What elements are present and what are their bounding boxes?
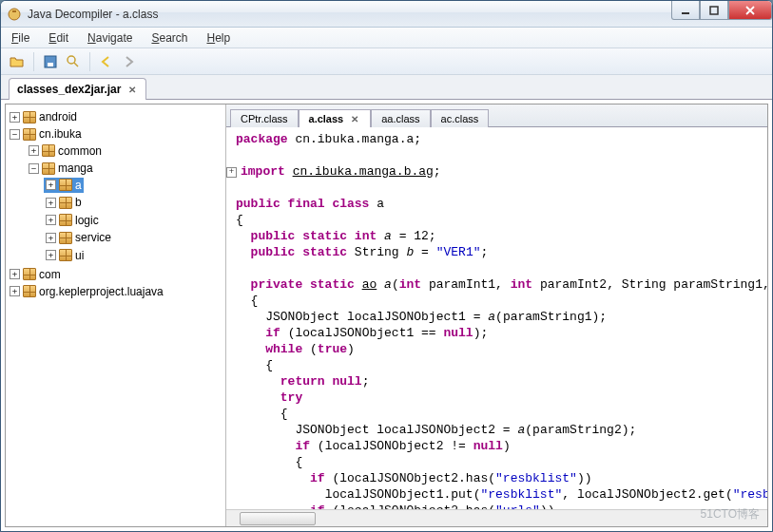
- expander-icon[interactable]: +: [29, 145, 39, 156]
- expander-icon[interactable]: −: [10, 129, 20, 140]
- svg-point-6: [68, 56, 75, 64]
- tab-a[interactable]: a.class✕: [299, 109, 372, 127]
- package-icon: [59, 232, 72, 244]
- file-tab-label: classes_dex2jar.jar: [17, 83, 121, 96]
- toolbar: [1, 48, 772, 75]
- package-tree[interactable]: +android −cn.ibuka +common −manga +a +b …: [6, 104, 226, 526]
- tree-node-com[interactable]: com: [39, 268, 61, 281]
- svg-rect-2: [682, 12, 689, 14]
- tree-node-a[interactable]: a: [75, 179, 82, 192]
- titlebar[interactable]: Java Decompiler - a.class: [1, 1, 772, 28]
- expander-icon[interactable]: +: [46, 198, 56, 208]
- tree-node-service[interactable]: service: [75, 231, 111, 244]
- expander-icon[interactable]: +: [46, 215, 56, 225]
- search-button[interactable]: [63, 51, 84, 72]
- class-tabs: CPtr.class a.class✕ aa.class ac.class: [226, 104, 767, 127]
- expander-icon[interactable]: +: [46, 233, 56, 243]
- tree-node-kepler[interactable]: org.keplerproject.luajava: [39, 285, 164, 298]
- maximize-button[interactable]: [700, 1, 728, 20]
- window-title: Java Decompiler - a.class: [28, 8, 766, 21]
- menu-navigate[interactable]: Navigate: [85, 29, 135, 47]
- tab-cptr[interactable]: CPtr.class: [230, 109, 299, 127]
- minimize-button[interactable]: [671, 1, 700, 20]
- svg-rect-1: [12, 10, 16, 12]
- tab-aa[interactable]: aa.class: [371, 109, 430, 127]
- close-button[interactable]: [728, 1, 772, 20]
- package-icon: [23, 128, 36, 141]
- arrow-right-icon: [123, 56, 136, 67]
- open-button[interactable]: [7, 51, 28, 72]
- arrow-left-icon: [100, 56, 113, 67]
- menubar: File Edit Navigate Search Help: [1, 28, 772, 48]
- fold-icon[interactable]: +: [226, 167, 237, 178]
- menu-search[interactable]: Search: [148, 29, 190, 47]
- tree-node-android[interactable]: android: [39, 110, 77, 124]
- tab-ac[interactable]: ac.class: [431, 109, 490, 127]
- package-icon: [59, 179, 72, 191]
- menu-file[interactable]: File: [9, 29, 32, 47]
- expander-icon[interactable]: +: [10, 112, 20, 123]
- package-icon: [23, 111, 36, 124]
- expander-icon[interactable]: −: [29, 163, 39, 174]
- expander-icon[interactable]: +: [46, 180, 56, 190]
- package-icon: [23, 268, 36, 280]
- tree-node-logic[interactable]: logic: [75, 214, 99, 227]
- search-icon: [67, 55, 80, 68]
- close-icon[interactable]: ✕: [349, 113, 360, 124]
- scrollbar-thumb[interactable]: [240, 512, 316, 525]
- package-icon: [59, 249, 72, 261]
- horizontal-scrollbar[interactable]: [226, 509, 767, 526]
- svg-rect-5: [48, 63, 53, 66]
- tree-node-manga[interactable]: manga: [58, 162, 93, 175]
- package-icon: [42, 144, 55, 157]
- disk-icon: [44, 55, 57, 68]
- package-icon: [59, 214, 72, 226]
- package-icon: [42, 162, 55, 175]
- svg-point-0: [9, 9, 20, 20]
- file-tabs: classes_dex2jar.jar ✕: [1, 75, 772, 100]
- svg-rect-3: [710, 7, 718, 14]
- tree-node-common[interactable]: common: [58, 144, 102, 158]
- expander-icon[interactable]: +: [10, 269, 20, 279]
- close-icon[interactable]: ✕: [126, 84, 138, 95]
- tree-node-b[interactable]: b: [75, 196, 82, 209]
- package-icon: [23, 285, 36, 297]
- menu-help[interactable]: Help: [203, 29, 233, 47]
- folder-open-icon: [10, 55, 25, 68]
- app-icon: [7, 7, 22, 22]
- forward-button[interactable]: [119, 51, 140, 72]
- expander-icon[interactable]: +: [46, 250, 56, 260]
- tree-node-cnibuka[interactable]: cn.ibuka: [39, 127, 82, 141]
- source-code[interactable]: package cn.ibuka.manga.a; +import cn.ibu…: [226, 127, 767, 509]
- package-icon: [59, 197, 72, 209]
- file-tab-jar[interactable]: classes_dex2jar.jar ✕: [9, 78, 146, 100]
- back-button[interactable]: [96, 51, 117, 72]
- expander-icon[interactable]: +: [10, 286, 20, 296]
- menu-edit[interactable]: Edit: [46, 29, 71, 47]
- save-button[interactable]: [40, 51, 61, 72]
- tree-node-ui[interactable]: ui: [75, 249, 84, 262]
